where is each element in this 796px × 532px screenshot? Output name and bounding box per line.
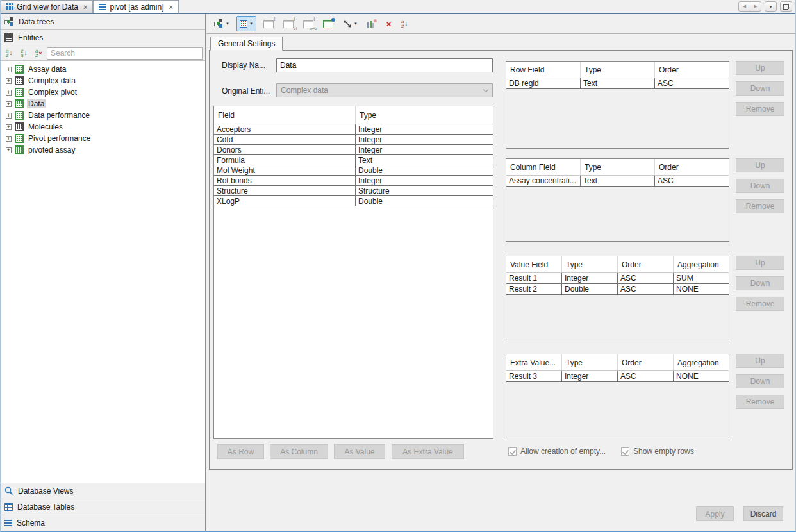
- extra-down-button[interactable]: Down: [736, 374, 784, 388]
- search-input[interactable]: [47, 47, 203, 60]
- checkbox-label: Show empty rows: [633, 447, 694, 456]
- expand-icon[interactable]: +: [6, 124, 12, 130]
- sidebar-item-entities[interactable]: Entities: [1, 30, 205, 46]
- row-field-table: Row Field Type Order DB regid Text ASC: [506, 61, 729, 149]
- tree-item-molecules[interactable]: + Molecules: [1, 121, 205, 133]
- show-empty-rows-checkbox[interactable]: [621, 447, 629, 456]
- allow-empty-checkbox[interactable]: [508, 447, 517, 456]
- tree-item-pivoted-assay[interactable]: + pivoted assay: [1, 144, 205, 156]
- chart-button[interactable]: [365, 16, 379, 31]
- value-remove-button[interactable]: Remove: [736, 297, 784, 311]
- display-name-input[interactable]: [276, 58, 493, 72]
- table-row[interactable]: CdId Integer: [214, 135, 493, 145]
- scroll-left-button[interactable]: ◀: [739, 2, 750, 11]
- table-row[interactable]: Donors Integer: [214, 145, 493, 155]
- tree-item-pivot-performance[interactable]: + Pivot performance: [1, 133, 205, 144]
- table-row[interactable]: Assay concentrati... Text ASC: [506, 176, 729, 187]
- value-up-button[interactable]: Up: [736, 256, 784, 270]
- table-row[interactable]: DB regid Text ASC: [506, 78, 729, 89]
- discard-button[interactable]: Discard: [743, 506, 783, 521]
- checkbox-label: Allow creation of empty...: [520, 447, 606, 456]
- table-row[interactable]: XLogP Double: [214, 196, 493, 206]
- restore-window-button[interactable]: [780, 1, 792, 12]
- expand-icon[interactable]: +: [6, 67, 12, 72]
- pivot-layout-icon: [214, 19, 224, 28]
- extra-remove-button[interactable]: Remove: [736, 395, 784, 409]
- column-down-button[interactable]: Down: [736, 179, 784, 193]
- expand-icon[interactable]: +: [6, 147, 12, 153]
- table-row[interactable]: Rot bonds Integer: [214, 176, 493, 186]
- close-icon[interactable]: ×: [83, 3, 87, 11]
- apply-button[interactable]: Apply: [696, 506, 734, 521]
- add-table-button[interactable]: +: [261, 16, 276, 31]
- tab-list-dropdown-button[interactable]: ▼: [765, 1, 777, 12]
- fields-table: Field Type Acceptors Integer CdId Intege…: [213, 106, 493, 439]
- row-down-button[interactable]: Down: [736, 81, 784, 96]
- table-row[interactable]: Mol Weight Double: [214, 165, 493, 176]
- data-trees-icon: [4, 17, 14, 26]
- sort-ascending-button[interactable]: az ↓: [3, 47, 15, 60]
- table-row[interactable]: Acceptors Integer: [214, 124, 493, 135]
- scroll-right-button[interactable]: ▶: [750, 2, 761, 11]
- table-row[interactable]: Formula Text: [214, 155, 493, 165]
- add-crosstab-table-button[interactable]: +ct: [281, 16, 296, 31]
- table-row[interactable]: Structure Structure: [214, 186, 493, 196]
- as-value-button[interactable]: As Value: [334, 444, 385, 459]
- tree-item-data[interactable]: + Data: [1, 98, 205, 110]
- add-aplusb-table-button[interactable]: +a+b: [301, 16, 316, 31]
- app-window: Grid view for Data × pivot [as admin] × …: [0, 0, 796, 532]
- sidebar-item-label: Schema: [17, 519, 45, 528]
- delete-button[interactable]: ×: [384, 16, 394, 31]
- display-name-label: Display Na...: [222, 61, 265, 70]
- tab-label: General Settings: [218, 39, 275, 48]
- chevron-down-icon: [483, 87, 488, 92]
- original-entity-select[interactable]: Complex data: [276, 83, 493, 97]
- extra-up-button[interactable]: Up: [736, 354, 784, 368]
- column-remove-button[interactable]: Remove: [736, 199, 784, 213]
- new-table-button[interactable]: [320, 16, 336, 31]
- row-up-button[interactable]: Up: [736, 61, 784, 75]
- tree-item-assay-data[interactable]: + Assay data: [1, 63, 205, 75]
- close-icon[interactable]: ×: [169, 3, 173, 11]
- sidebar-item-database-tables[interactable]: Database Tables: [1, 499, 205, 515]
- column-up-button[interactable]: Up: [736, 158, 784, 172]
- sidebar: Data trees Entities az ↓ za ↓ az: [1, 14, 206, 531]
- sort-descending-button[interactable]: za ↓: [17, 47, 30, 60]
- pivot-layout-button[interactable]: ▼: [211, 16, 232, 31]
- row-remove-button[interactable]: Remove: [736, 102, 784, 116]
- table-row[interactable]: Result 3 Integer ASC NONE: [506, 371, 729, 382]
- expand-icon[interactable]: +: [6, 136, 12, 142]
- sidebar-bottom-sections: Database Views Database Tables Schema: [1, 483, 205, 531]
- expand-icon[interactable]: +: [6, 101, 12, 107]
- as-row-button[interactable]: As Row: [217, 444, 264, 459]
- tab-general-settings[interactable]: General Settings: [210, 37, 283, 51]
- add-table-icon: +: [263, 20, 274, 28]
- value-down-button[interactable]: Down: [736, 276, 784, 290]
- transpose-button[interactable]: ▼: [340, 16, 360, 31]
- clear-sort-icon: az ×: [35, 49, 42, 58]
- allow-empty-checkbox-row: Allow creation of empty...: [508, 447, 606, 456]
- sidebar-item-schema[interactable]: Schema: [1, 515, 205, 531]
- sort-desc-icon: za ↓: [21, 49, 28, 58]
- sidebar-item-data-trees[interactable]: Data trees: [1, 14, 205, 30]
- entity-icon: [15, 76, 24, 85]
- sort-button[interactable]: az ↓: [398, 16, 410, 31]
- tree-item-data-performance[interactable]: + Data performance: [1, 110, 205, 121]
- table-header: Column Field Type Order: [506, 159, 729, 176]
- tab-grid-view-for-data[interactable]: Grid view for Data ×: [1, 0, 93, 13]
- expand-icon[interactable]: +: [6, 113, 12, 119]
- clear-sort-button[interactable]: az ×: [32, 47, 45, 60]
- toolbar: ▼ ▼ + +ct +a+b: [206, 14, 795, 34]
- table-row[interactable]: Result 1 Integer ASC SUM: [506, 273, 729, 284]
- tree-item-complex-pivot[interactable]: + Complex pivot: [1, 87, 205, 98]
- tab-pivot-as-admin[interactable]: pivot [as admin] ×: [93, 0, 178, 13]
- expand-icon[interactable]: +: [6, 78, 12, 84]
- as-column-button[interactable]: As Column: [270, 444, 328, 459]
- entity-icon: [15, 99, 24, 108]
- grid-view-button[interactable]: ▼: [236, 16, 256, 31]
- expand-icon[interactable]: +: [6, 90, 12, 96]
- table-row[interactable]: Result 2 Double ASC NONE: [506, 284, 729, 295]
- tree-item-complex-data[interactable]: + Complex data: [1, 75, 205, 87]
- sidebar-item-database-views[interactable]: Database Views: [1, 483, 205, 499]
- as-extra-value-button[interactable]: As Extra Value: [392, 444, 464, 459]
